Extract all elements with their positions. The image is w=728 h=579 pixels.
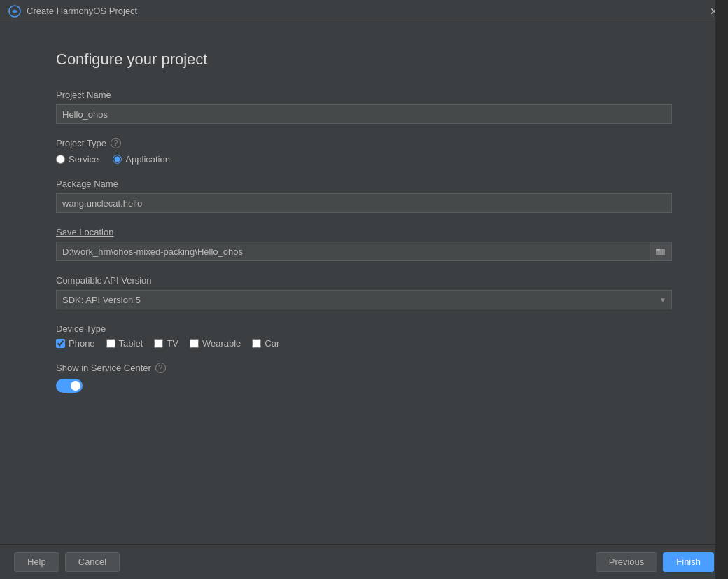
project-type-label-row: Project Type ? (56, 138, 672, 148)
project-name-label: Project Name (56, 90, 672, 100)
device-type-group: Device Type Phone Tablet TV Wearable Car (56, 323, 672, 349)
toggle-container (56, 379, 672, 393)
compatible-api-group: Compatible API Version SDK: API Version … (56, 275, 672, 309)
checkbox-phone[interactable] (56, 339, 65, 348)
radio-application[interactable] (113, 155, 122, 164)
checkbox-wearable[interactable] (190, 339, 199, 348)
service-center-help-icon[interactable]: ? (155, 363, 166, 373)
checkbox-tv-label: TV (167, 338, 178, 349)
harmonyos-logo-icon (8, 5, 21, 18)
bottom-right-buttons: Previous Finish (596, 552, 714, 572)
checkbox-label-phone[interactable]: Phone (56, 338, 95, 349)
checkbox-car[interactable] (252, 339, 261, 348)
save-location-input[interactable] (56, 242, 650, 261)
service-center-label: Show in Service Center (56, 363, 151, 373)
radio-label-service[interactable]: Service (56, 154, 99, 165)
help-button[interactable]: Help (14, 552, 59, 572)
save-location-input-row (56, 242, 672, 261)
project-type-radio-group: Service Application (56, 154, 672, 165)
checkbox-phone-label: Phone (69, 338, 95, 349)
checkbox-label-tablet[interactable]: Tablet (106, 338, 144, 349)
save-location-group: Save Location (56, 227, 672, 261)
bottom-left-buttons: Help Cancel (14, 552, 120, 572)
bottom-bar: Help Cancel Previous Finish (0, 544, 728, 579)
service-center-label-row: Show in Service Center ? (56, 363, 672, 373)
package-name-input[interactable] (56, 193, 672, 213)
dialog-heading: Configure your project (56, 50, 672, 69)
cancel-button[interactable]: Cancel (65, 552, 120, 572)
show-service-center-group: Show in Service Center ? (56, 363, 672, 393)
checkbox-label-tv[interactable]: TV (154, 338, 178, 349)
project-type-group: Project Type ? Service Application (56, 138, 672, 165)
api-version-select[interactable]: SDK: API Version 5 SDK: API Version 4 SD… (56, 290, 672, 309)
folder-icon (656, 246, 666, 256)
compatible-api-label: Compatible API Version (56, 275, 672, 286)
checkbox-tablet-label: Tablet (119, 338, 144, 349)
checkbox-tv[interactable] (154, 339, 163, 348)
api-select-wrapper: SDK: API Version 5 SDK: API Version 4 SD… (56, 290, 672, 309)
project-name-group: Project Name (56, 90, 672, 124)
checkbox-car-label: Car (265, 338, 279, 349)
right-panel (715, 0, 728, 579)
checkbox-label-wearable[interactable]: Wearable (190, 338, 241, 349)
device-type-checkbox-group: Phone Tablet TV Wearable Car (56, 338, 672, 349)
package-name-group: Package Name (56, 179, 672, 213)
checkbox-label-car[interactable]: Car (252, 338, 279, 349)
radio-label-application[interactable]: Application (113, 154, 170, 165)
project-name-input[interactable] (56, 104, 672, 124)
title-bar-left: Create HarmonyOS Project (8, 5, 137, 18)
previous-button[interactable]: Previous (596, 552, 658, 572)
window-title: Create HarmonyOS Project (27, 6, 137, 16)
show-service-center-toggle[interactable] (56, 379, 83, 393)
dialog-content: Configure your project Project Name Proj… (0, 22, 728, 421)
device-type-label: Device Type (56, 323, 672, 334)
radio-service[interactable] (56, 155, 65, 164)
finish-button[interactable]: Finish (663, 552, 714, 572)
checkbox-wearable-label: Wearable (202, 338, 241, 349)
toggle-slider (56, 379, 83, 393)
project-type-help-icon[interactable]: ? (111, 138, 121, 148)
project-type-label: Project Type (56, 138, 106, 148)
save-location-label: Save Location (56, 227, 672, 237)
svg-rect-2 (656, 249, 660, 251)
package-name-label: Package Name (56, 179, 672, 189)
checkbox-tablet[interactable] (106, 339, 115, 348)
radio-application-label: Application (125, 154, 170, 165)
browse-button[interactable] (650, 242, 672, 261)
title-bar: Create HarmonyOS Project ✕ (0, 0, 728, 22)
radio-service-label: Service (69, 154, 99, 165)
